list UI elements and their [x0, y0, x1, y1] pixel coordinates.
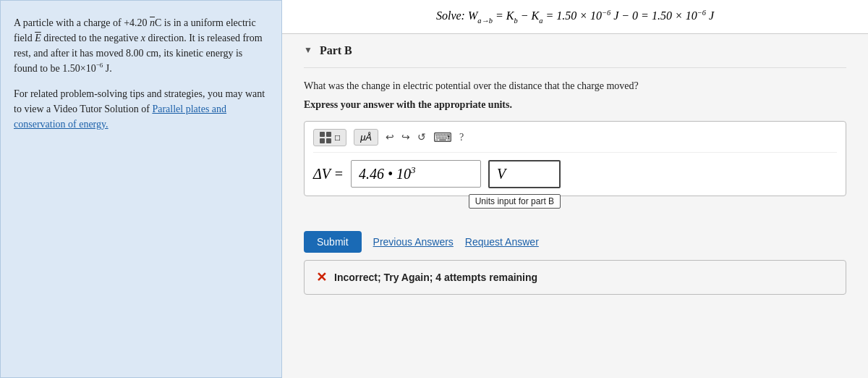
matrix-btn-label: □: [335, 133, 340, 143]
units-value: V: [497, 166, 506, 182]
previous-answers-link[interactable]: Previous Answers: [373, 236, 454, 248]
answer-input[interactable]: 4.46 • 103: [351, 160, 481, 188]
chevron-down-icon: ▼: [304, 45, 312, 56]
redo-icon[interactable]: ↪: [401, 131, 410, 143]
part-b-header: ▼ Part B: [304, 34, 846, 68]
video-tutor-link[interactable]: Parallel plates and conservation of ener…: [14, 104, 226, 130]
problem-text: A particle with a charge of +4.20 nC is …: [14, 15, 268, 76]
incorrect-icon: ✕: [316, 269, 327, 285]
request-answer-link[interactable]: Request Answer: [465, 236, 539, 248]
units-input-area: V Units input for part B: [488, 160, 561, 188]
units-tooltip: Units input for part B: [469, 194, 561, 209]
mu-button[interactable]: μÅ: [354, 129, 378, 146]
refresh-icon[interactable]: ↺: [417, 131, 426, 143]
mu-label: μÅ: [360, 132, 372, 143]
answer-value: 4.46 • 103: [359, 166, 416, 182]
question-text: What was the change in electric potentia…: [304, 78, 846, 93]
undo-icon[interactable]: ↩: [386, 131, 394, 143]
answer-box: □ μÅ ↩ ↪ ↺ ⌨ ? ΔV = 4.46 • 103 V: [304, 121, 846, 196]
problem-panel: A particle with a charge of +4.20 nC is …: [0, 0, 282, 378]
feedback-box: ✕ Incorrect; Try Again; 4 attempts remai…: [304, 260, 846, 295]
submit-button[interactable]: Submit: [304, 231, 362, 253]
delta-v-label: ΔV =: [313, 166, 344, 182]
keyboard-icon[interactable]: ⌨: [433, 130, 452, 146]
matrix-button[interactable]: □: [313, 129, 346, 146]
grid-icon: [320, 132, 331, 143]
formula-bar: Solve: Wa→b = Kb − Ka = 1.50 × 10−6 J − …: [282, 0, 868, 34]
right-panel: Solve: Wa→b = Kb − Ka = 1.50 × 10−6 J − …: [282, 0, 868, 378]
units-field[interactable]: V: [488, 160, 561, 188]
tip-text: For related problem-solving tips and str…: [14, 86, 268, 132]
instruction-text: Express your answer with the appropriate…: [304, 99, 846, 111]
part-b-section: ▼ Part B What was the change in electric…: [282, 34, 868, 378]
part-b-label: Part B: [320, 44, 352, 57]
formula-input-row: ΔV = 4.46 • 103 V Units input for part B: [313, 160, 837, 188]
feedback-text: Incorrect; Try Again; 4 attempts remaini…: [334, 272, 537, 283]
action-row: Submit Previous Answers Request Answer: [304, 231, 846, 253]
formula-toolbar: □ μÅ ↩ ↪ ↺ ⌨ ?: [313, 129, 837, 153]
help-icon[interactable]: ?: [459, 132, 464, 143]
